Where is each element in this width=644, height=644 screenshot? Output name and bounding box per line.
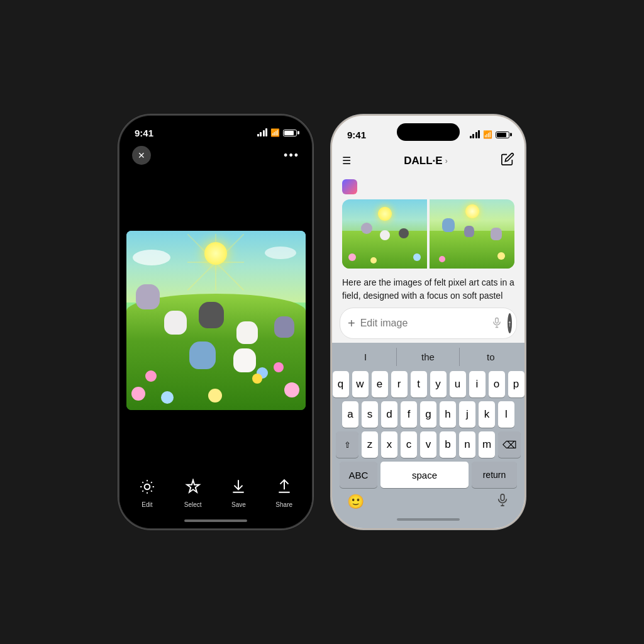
suggestion-3[interactable]: to [460, 348, 522, 366]
key-e[interactable]: e [372, 371, 388, 397]
img-sun-2 [465, 204, 479, 218]
cat-blue [189, 341, 216, 369]
key-d[interactable]: d [381, 401, 397, 428]
signal-icon [257, 129, 268, 136]
flower-pink-2 [145, 370, 157, 382]
add-button[interactable]: + [348, 316, 355, 331]
svg-point-8 [145, 484, 150, 490]
share-icon [276, 479, 292, 499]
cloud-right [265, 247, 296, 259]
flower-pink-1 [131, 387, 145, 401]
app-title-area[interactable]: DALL·E › [404, 155, 447, 167]
svg-rect-9 [495, 318, 498, 323]
dalle-indicator [342, 179, 357, 194]
key-y[interactable]: y [430, 371, 447, 397]
select-icon [185, 479, 201, 499]
description-text: Here are the images of felt pixel art ca… [342, 276, 514, 304]
save-icon [230, 479, 247, 499]
word-suggestions: I the to [335, 348, 522, 366]
key-h[interactable]: h [440, 401, 456, 428]
menu-icon[interactable]: ☰ [342, 155, 351, 167]
more-button[interactable]: ••• [284, 149, 299, 162]
mic-button[interactable] [496, 493, 509, 511]
img-flower-4 [439, 256, 445, 262]
cat-gray-1 [136, 284, 160, 309]
voice-input-icon[interactable] [491, 317, 502, 330]
edit-image-input[interactable] [360, 318, 486, 329]
ai-image-2[interactable] [430, 199, 514, 269]
return-key[interactable]: return [472, 462, 517, 488]
img-cat-4 [442, 218, 455, 232]
key-z[interactable]: z [362, 431, 378, 458]
keyboard: I the to q w e r t y u i o [332, 343, 525, 528]
key-p[interactable]: p [508, 371, 525, 397]
left-status-bar: 9:41 📶 [119, 116, 312, 143]
cat-gray-2 [274, 316, 294, 338]
key-u[interactable]: u [450, 371, 466, 397]
key-row-4: ABC space return [336, 462, 521, 488]
flower-yellow-2 [252, 374, 262, 384]
key-x[interactable]: x [381, 431, 397, 458]
key-s[interactable]: s [362, 401, 378, 428]
emoji-button[interactable]: 🙂 [347, 494, 364, 510]
key-g[interactable]: g [420, 401, 436, 428]
save-toolbar-item[interactable]: Save [230, 479, 247, 508]
key-n[interactable]: n [459, 431, 475, 458]
shift-key[interactable]: ⇧ [336, 431, 358, 458]
suggestion-1[interactable]: I [335, 348, 397, 366]
key-f[interactable]: f [401, 401, 417, 428]
right-phone: 9:41 📶 ☰ DALL [331, 114, 526, 530]
key-o[interactable]: o [489, 371, 505, 397]
share-toolbar-item[interactable]: Share [275, 479, 292, 508]
key-l[interactable]: l [498, 401, 514, 428]
main-image [126, 231, 306, 410]
send-button[interactable]: ↑ [508, 313, 512, 333]
select-toolbar-item[interactable]: Select [184, 479, 202, 508]
key-m[interactable]: m [479, 431, 495, 458]
key-row-1: q w e r t y u i o p [336, 371, 521, 397]
main-image-container [119, 170, 312, 471]
key-row-3: ⇧ z x c v b n m ⌫ [336, 431, 521, 458]
flower-pink-4 [274, 362, 284, 372]
img-cat-5 [464, 226, 474, 237]
img-cat-2 [380, 230, 390, 240]
img-cat-3 [399, 228, 409, 238]
key-v[interactable]: v [420, 431, 436, 458]
suggestion-2[interactable]: the [397, 348, 459, 366]
key-b[interactable]: b [440, 431, 456, 458]
wifi-icon: 📶 [270, 128, 280, 137]
img-flower-3 [413, 253, 421, 261]
img-cat-1 [361, 223, 372, 234]
input-row: + ↑ [340, 308, 517, 339]
svg-rect-10 [501, 494, 504, 501]
img-sun-1 [378, 207, 392, 221]
space-key[interactable]: space [380, 462, 469, 488]
key-j[interactable]: j [459, 401, 475, 428]
compose-icon[interactable] [501, 152, 514, 169]
home-indicator-left [119, 513, 312, 528]
ai-image-1[interactable] [342, 199, 427, 269]
key-c[interactable]: c [401, 431, 417, 458]
cat-white-2 [236, 321, 258, 344]
app-header: ☰ DALL·E › [332, 147, 525, 174]
img-flower-1 [348, 253, 356, 261]
flower-blue-1 [161, 391, 174, 404]
right-wifi-icon: 📶 [483, 130, 492, 139]
key-k[interactable]: k [479, 401, 495, 428]
key-t[interactable]: t [411, 371, 427, 397]
key-i[interactable]: i [469, 371, 486, 397]
key-w[interactable]: w [352, 371, 369, 397]
key-q[interactable]: q [333, 371, 349, 397]
close-button[interactable]: ✕ [132, 146, 151, 165]
key-a[interactable]: a [342, 401, 358, 428]
share-label: Share [275, 501, 292, 508]
abc-key[interactable]: ABC [340, 462, 377, 488]
input-area: + ↑ [332, 304, 525, 343]
edit-toolbar-item[interactable]: Edit [139, 479, 155, 508]
keyboard-bottom-row: 🙂 [335, 488, 522, 513]
backspace-key[interactable]: ⌫ [498, 431, 521, 458]
edit-label: Edit [142, 501, 152, 508]
cat-black-1 [199, 302, 224, 328]
key-r[interactable]: r [391, 371, 408, 397]
cloud-left [133, 250, 170, 265]
